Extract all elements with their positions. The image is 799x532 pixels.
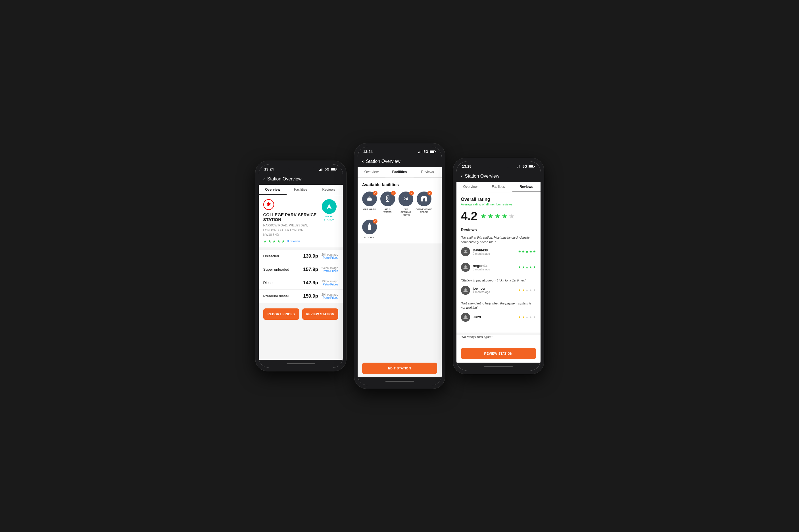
back-button-2[interactable]: ‹ <box>362 158 364 164</box>
tab-reviews-1[interactable]: Reviews <box>315 185 343 195</box>
phone-3: 13:25 5G ‹ <box>453 158 544 374</box>
tab-facilities-2[interactable]: Facilities <box>385 167 414 177</box>
go-btn-circle <box>322 199 337 214</box>
reviewer-name-2: rmgorsia <box>473 264 515 268</box>
go-to-station-btn[interactable]: GO TOSTATION <box>320 199 338 221</box>
tab-overview-3[interactable]: Overview <box>456 182 485 192</box>
fuel-row-diesel: Diesel 142.9p 19 hours ago PetrolPrices <box>259 277 343 290</box>
svg-rect-12 <box>435 151 436 152</box>
reviewer-stars-3: ★ ★ ★ ★ ★ <box>518 288 536 292</box>
back-button-3[interactable]: ‹ <box>461 173 463 179</box>
go-btn-label: GO TOSTATION <box>324 215 334 221</box>
home-indicator-1 <box>259 360 343 368</box>
reviewer-stars-1: ★ ★ ★ ★ ★ <box>518 250 536 254</box>
reviewer-name-4: JR29 <box>473 315 515 319</box>
station-name: COLLEGE PARK SERVICE STATION <box>263 212 320 222</box>
svg-rect-32 <box>520 165 520 168</box>
svg-rect-23 <box>386 201 389 202</box>
air-water-label: AIR & WATER <box>380 208 395 213</box>
network-1: 5G <box>325 167 329 171</box>
review-quote-3: "Station is 'pay at pump' - tricky for a… <box>461 278 536 283</box>
tabs-3: Overview Facilities Reviews <box>456 182 541 192</box>
review-station-button-3[interactable]: REVIEW STATION <box>461 348 536 359</box>
phones-container: 13:24 5G ‹ <box>255 143 544 388</box>
station-header: ✱ COLLEGE PARK SERVICE STATION HARROW RO… <box>259 195 343 247</box>
tab-overview-2[interactable]: Overview <box>358 167 386 177</box>
review-count[interactable]: 8 reviews <box>287 240 300 243</box>
svg-point-39 <box>465 316 467 318</box>
reviewer-time-2: 3 months ago <box>473 268 515 271</box>
247-label: 24/7 OPENING HOURS <box>399 208 413 216</box>
svg-rect-34 <box>534 166 535 167</box>
tab-reviews-3[interactable]: Reviews <box>512 182 541 192</box>
car-wash-label: CAR WASH <box>363 208 376 211</box>
notch-2 <box>387 147 413 153</box>
facility-convenience: ✓ CONVENIENCE STORE <box>417 191 432 216</box>
facilities-section: Available facilities ✓ <box>358 178 442 243</box>
report-prices-button[interactable]: REPORT PRICES <box>263 308 299 320</box>
reviewer-time-1: 2 months ago <box>473 252 515 255</box>
svg-rect-8 <box>419 152 419 153</box>
edit-station-button[interactable]: EDIT STATION <box>362 363 437 374</box>
navigation-icon <box>326 204 332 210</box>
reviewer-2: rmgorsia 3 months ago ★ ★ ★ ★ ★ <box>461 263 536 275</box>
svg-rect-10 <box>421 150 421 153</box>
avatar-1 <box>461 247 470 256</box>
fuel-row-unleaded: Unleaded 139.9p 26 hours ago PetrolPrice… <box>259 250 343 263</box>
header-title-2: Station Overview <box>366 159 400 164</box>
review-station-button-1[interactable]: REVIEW STATION <box>302 308 338 320</box>
car-wash-icon <box>366 196 373 202</box>
facility-alcohol: ✓ ALCOHOL <box>362 220 377 239</box>
avatar-4 <box>461 313 470 322</box>
svg-rect-5 <box>337 169 337 170</box>
home-indicator-2 <box>358 377 442 385</box>
tab-reviews-2[interactable]: Reviews <box>414 167 442 177</box>
avatar-3 <box>461 286 470 295</box>
notch-1 <box>288 164 313 171</box>
store-icon <box>421 196 428 202</box>
bottom-buttons-1: REPORT PRICES REVIEW STATION <box>259 305 343 323</box>
avatar-2 <box>461 263 470 272</box>
facilities-grid: ✓ CA <box>362 191 437 239</box>
247-text: 24 <box>404 197 408 201</box>
reviewer-1: David430 2 months ago ★ ★ ★ ★ ★ <box>461 247 536 259</box>
alcohol-icon <box>367 223 372 231</box>
facility-air-water: ✓ AIR & WATER <box>380 191 395 216</box>
reviewer-stars-4: ★ ★ ★ ★ ★ <box>518 315 536 319</box>
svg-rect-31 <box>519 166 519 168</box>
header-2: ‹ Station Overview <box>358 155 442 167</box>
svg-rect-9 <box>420 151 420 153</box>
facility-car-wash: ✓ CA <box>362 191 377 216</box>
svg-rect-29 <box>517 167 517 168</box>
svg-rect-35 <box>529 166 533 167</box>
tabs-2: Overview Facilities Reviews <box>358 167 442 178</box>
home-indicator-3 <box>456 363 541 370</box>
fuel-row-premium: Premium diesel 159.9p 20 hours ago Petro… <box>259 290 343 303</box>
svg-rect-2 <box>321 169 322 171</box>
svg-rect-1 <box>320 169 321 171</box>
time-3: 13:25 <box>462 164 472 169</box>
battery-icon-3 <box>529 165 535 168</box>
reviewer-stars-2: ★ ★ ★ ★ ★ <box>518 265 536 269</box>
tabs-1: Overview Facilities Reviews <box>259 185 343 195</box>
reviewer-4: JR29 ★ ★ ★ ★ ★ <box>461 313 536 325</box>
svg-rect-22 <box>387 200 388 201</box>
tab-facilities-1[interactable]: Facilities <box>287 185 315 195</box>
tab-overview-1[interactable]: Overview <box>259 185 287 195</box>
time-2: 13:24 <box>363 150 373 154</box>
review-quote-1: "No staff at this station. Must pay by c… <box>461 235 536 244</box>
svg-point-36 <box>465 250 467 252</box>
reviews-overall-section: Overall rating Average rating of all mem… <box>456 192 541 332</box>
facilities-title: Available facilities <box>362 182 437 187</box>
header-1: ‹ Station Overview <box>259 173 343 185</box>
svg-rect-26 <box>423 199 425 202</box>
reviewer-3: joe_lou 4 months ago ★ ★ ★ ★ ★ <box>461 286 536 298</box>
back-button-1[interactable]: ‹ <box>263 176 265 182</box>
svg-rect-27 <box>423 198 425 199</box>
svg-rect-0 <box>319 170 320 171</box>
signal-icon-1 <box>319 168 323 171</box>
tab-facilities-3[interactable]: Facilities <box>484 182 512 192</box>
air-water-icon <box>385 195 391 203</box>
reviewer-name-1: David430 <box>473 248 515 252</box>
phone-2: 13:24 5G ‹ <box>354 143 445 388</box>
